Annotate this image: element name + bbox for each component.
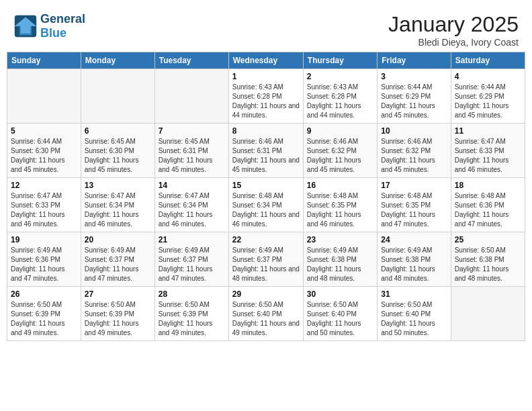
- calendar-cell: 22Sunrise: 6:49 AMSunset: 6:37 PMDayligh…: [228, 232, 303, 287]
- calendar-cell: 6Sunrise: 6:45 AMSunset: 6:30 PMDaylight…: [81, 124, 154, 178]
- logo: General Blue: [13, 12, 85, 40]
- calendar-cell: 2Sunrise: 6:43 AMSunset: 6:28 PMDaylight…: [303, 69, 377, 124]
- day-number: 26: [11, 289, 77, 299]
- calendar-cell: [81, 69, 154, 124]
- calendar-cell: 11Sunrise: 6:47 AMSunset: 6:33 PMDayligh…: [451, 124, 525, 178]
- calendar-cell: 27Sunrise: 6:50 AMSunset: 6:39 PMDayligh…: [81, 287, 154, 341]
- day-info: Sunrise: 6:43 AMSunset: 6:28 PMDaylight:…: [307, 83, 373, 120]
- day-number: 25: [455, 235, 521, 244]
- calendar-cell: 7Sunrise: 6:45 AMSunset: 6:31 PMDaylight…: [154, 124, 228, 178]
- weekday-header-row: SundayMondayTuesdayWednesdayThursdayFrid…: [7, 52, 525, 69]
- logo-text: General Blue: [40, 12, 85, 40]
- calendar-cell: 3Sunrise: 6:44 AMSunset: 6:29 PMDaylight…: [378, 69, 451, 124]
- weekday-header-wednesday: Wednesday: [228, 52, 303, 69]
- calendar-cell: 17Sunrise: 6:48 AMSunset: 6:35 PMDayligh…: [378, 178, 451, 232]
- day-number: 21: [159, 235, 225, 244]
- day-info: Sunrise: 6:50 AMSunset: 6:40 PMDaylight:…: [232, 300, 300, 338]
- day-number: 17: [381, 181, 447, 190]
- day-info: Sunrise: 6:46 AMSunset: 6:31 PMDaylight:…: [232, 137, 300, 175]
- calendar-cell: 18Sunrise: 6:48 AMSunset: 6:36 PMDayligh…: [451, 178, 525, 232]
- day-number: 5: [11, 126, 77, 136]
- calendar-week-row: 5Sunrise: 6:44 AMSunset: 6:30 PMDaylight…: [7, 124, 525, 178]
- day-info: Sunrise: 6:48 AMSunset: 6:35 PMDaylight:…: [381, 191, 447, 229]
- day-info: Sunrise: 6:49 AMSunset: 6:37 PMDaylight:…: [232, 246, 300, 283]
- day-info: Sunrise: 6:49 AMSunset: 6:36 PMDaylight:…: [11, 246, 77, 283]
- day-number: 23: [307, 235, 373, 244]
- calendar-cell: 25Sunrise: 6:50 AMSunset: 6:38 PMDayligh…: [451, 232, 525, 287]
- weekday-header-friday: Friday: [378, 52, 451, 69]
- day-number: 12: [11, 181, 77, 190]
- weekday-header-tuesday: Tuesday: [154, 52, 228, 69]
- calendar-cell: 9Sunrise: 6:46 AMSunset: 6:32 PMDaylight…: [303, 124, 377, 178]
- calendar-cell: 31Sunrise: 6:50 AMSunset: 6:40 PMDayligh…: [378, 287, 451, 341]
- day-info: Sunrise: 6:49 AMSunset: 6:38 PMDaylight:…: [381, 246, 447, 283]
- day-number: 30: [307, 289, 373, 299]
- calendar-cell: 19Sunrise: 6:49 AMSunset: 6:36 PMDayligh…: [7, 232, 81, 287]
- calendar-cell: 16Sunrise: 6:48 AMSunset: 6:35 PMDayligh…: [303, 178, 377, 232]
- day-number: 22: [232, 235, 300, 244]
- day-number: 16: [307, 181, 373, 190]
- day-number: 29: [232, 289, 300, 299]
- day-number: 28: [159, 289, 225, 299]
- day-info: Sunrise: 6:50 AMSunset: 6:40 PMDaylight:…: [307, 300, 373, 338]
- calendar-cell: 1Sunrise: 6:43 AMSunset: 6:28 PMDaylight…: [228, 69, 303, 124]
- calendar-cell: 21Sunrise: 6:49 AMSunset: 6:37 PMDayligh…: [154, 232, 228, 287]
- month-year-title: January 2025: [388, 12, 519, 37]
- day-number: 1: [232, 72, 300, 81]
- day-info: Sunrise: 6:50 AMSunset: 6:39 PMDaylight:…: [85, 300, 151, 338]
- day-number: 14: [159, 181, 225, 190]
- day-number: 3: [381, 72, 447, 81]
- calendar-table: SundayMondayTuesdayWednesdayThursdayFrid…: [7, 52, 525, 341]
- page-header: General Blue January 2025 Bledi Dieya, I…: [7, 7, 525, 52]
- day-number: 20: [85, 235, 151, 244]
- day-info: Sunrise: 6:50 AMSunset: 6:39 PMDaylight:…: [159, 300, 225, 338]
- day-number: 18: [455, 181, 521, 190]
- calendar-cell: 26Sunrise: 6:50 AMSunset: 6:39 PMDayligh…: [7, 287, 81, 341]
- day-info: Sunrise: 6:44 AMSunset: 6:30 PMDaylight:…: [11, 137, 77, 175]
- day-info: Sunrise: 6:46 AMSunset: 6:32 PMDaylight:…: [381, 137, 447, 175]
- day-info: Sunrise: 6:50 AMSunset: 6:38 PMDaylight:…: [455, 246, 521, 283]
- day-info: Sunrise: 6:45 AMSunset: 6:31 PMDaylight:…: [159, 137, 225, 175]
- calendar-cell: 30Sunrise: 6:50 AMSunset: 6:40 PMDayligh…: [303, 287, 377, 341]
- weekday-header-monday: Monday: [81, 52, 154, 69]
- day-info: Sunrise: 6:48 AMSunset: 6:34 PMDaylight:…: [232, 191, 300, 229]
- logo-icon: [13, 14, 38, 38]
- day-number: 10: [381, 126, 447, 136]
- calendar-cell: 5Sunrise: 6:44 AMSunset: 6:30 PMDaylight…: [7, 124, 81, 178]
- day-info: Sunrise: 6:49 AMSunset: 6:37 PMDaylight:…: [159, 246, 225, 283]
- day-info: Sunrise: 6:50 AMSunset: 6:40 PMDaylight:…: [381, 300, 447, 338]
- day-number: 6: [85, 126, 151, 136]
- day-number: 8: [232, 126, 300, 136]
- day-info: Sunrise: 6:47 AMSunset: 6:33 PMDaylight:…: [11, 191, 77, 229]
- day-number: 27: [85, 289, 151, 299]
- day-info: Sunrise: 6:49 AMSunset: 6:38 PMDaylight:…: [307, 246, 373, 283]
- weekday-header-sunday: Sunday: [7, 52, 81, 69]
- calendar-cell: 8Sunrise: 6:46 AMSunset: 6:31 PMDaylight…: [228, 124, 303, 178]
- location-subtitle: Bledi Dieya, Ivory Coast: [388, 37, 519, 48]
- day-info: Sunrise: 6:49 AMSunset: 6:37 PMDaylight:…: [85, 246, 151, 283]
- logo-blue: Blue: [40, 26, 66, 40]
- calendar-cell: 15Sunrise: 6:48 AMSunset: 6:34 PMDayligh…: [228, 178, 303, 232]
- day-number: 11: [455, 126, 521, 136]
- calendar-cell: 29Sunrise: 6:50 AMSunset: 6:40 PMDayligh…: [228, 287, 303, 341]
- calendar-week-row: 1Sunrise: 6:43 AMSunset: 6:28 PMDaylight…: [7, 69, 525, 124]
- day-number: 19: [11, 235, 77, 244]
- calendar-cell: 10Sunrise: 6:46 AMSunset: 6:32 PMDayligh…: [378, 124, 451, 178]
- day-info: Sunrise: 6:46 AMSunset: 6:32 PMDaylight:…: [307, 137, 373, 175]
- day-number: 15: [232, 181, 300, 190]
- day-number: 9: [307, 126, 373, 136]
- day-info: Sunrise: 6:48 AMSunset: 6:36 PMDaylight:…: [455, 191, 521, 229]
- day-number: 7: [159, 126, 225, 136]
- calendar-cell: 23Sunrise: 6:49 AMSunset: 6:38 PMDayligh…: [303, 232, 377, 287]
- calendar-cell: 13Sunrise: 6:47 AMSunset: 6:34 PMDayligh…: [81, 178, 154, 232]
- weekday-header-saturday: Saturday: [451, 52, 525, 69]
- logo-general: General: [40, 12, 85, 26]
- calendar-cell: [7, 69, 81, 124]
- calendar-cell: 24Sunrise: 6:49 AMSunset: 6:38 PMDayligh…: [378, 232, 451, 287]
- day-number: 24: [381, 235, 447, 244]
- title-block: January 2025 Bledi Dieya, Ivory Coast: [388, 12, 519, 48]
- weekday-header-thursday: Thursday: [303, 52, 377, 69]
- calendar-cell: [154, 69, 228, 124]
- calendar-cell: [451, 287, 525, 341]
- day-info: Sunrise: 6:50 AMSunset: 6:39 PMDaylight:…: [11, 300, 77, 338]
